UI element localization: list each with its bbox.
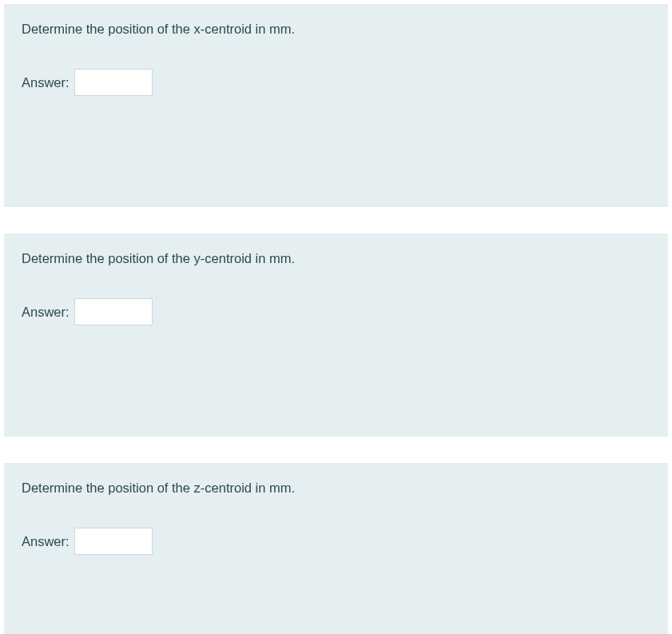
question-block-z-centroid: Determine the position of the z-centroid… — [4, 463, 668, 634]
answer-input-x-centroid[interactable] — [74, 69, 153, 96]
question-prompt: Determine the position of the z-centroid… — [22, 479, 650, 497]
answer-input-z-centroid[interactable] — [74, 528, 153, 555]
answer-label: Answer: — [22, 75, 70, 90]
question-prompt: Determine the position of the y-centroid… — [22, 249, 650, 268]
answer-row: Answer: — [22, 69, 650, 96]
question-prompt: Determine the position of the x-centroid… — [22, 20, 650, 38]
answer-input-y-centroid[interactable] — [74, 298, 153, 325]
answer-row: Answer: — [22, 298, 650, 325]
question-block-x-centroid: Determine the position of the x-centroid… — [4, 4, 668, 207]
answer-row: Answer: — [22, 528, 650, 555]
answer-label: Answer: — [22, 534, 70, 549]
answer-label: Answer: — [22, 305, 70, 320]
question-block-y-centroid: Determine the position of the y-centroid… — [4, 233, 668, 437]
